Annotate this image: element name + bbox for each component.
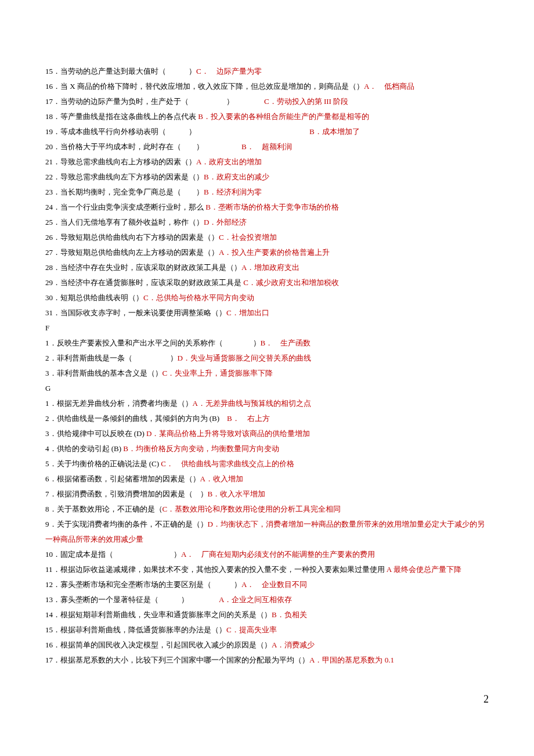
question-text: 17．当劳动的边际产量为负时，生产处于（ ） [45,97,264,106]
question-line: 13．寡头垄断的一个显著特征是（ ） A．企业之间互相依存 [45,592,489,607]
question-text: 17．根据基尼系数的大小，比较下列三个国家中哪一个国家的分配最为平均（） [45,656,309,664]
section-heading-f: F [45,321,489,336]
question-text: 28．当经济中存在失业时，应该采取的财政政策工具是（） [45,263,241,272]
question-text: 6．根据储蓄函数，引起储蓄增加的因素是（） [45,474,200,483]
document-page: 15．当劳动的总产量达到最大值时（ ）C． 边际产量为零 16．当 X 商品的价… [0,0,534,733]
answer-text: A． 低档商品 [364,82,414,91]
answer-text: C．减少政府支出和增加税收 [243,278,339,287]
answer-text: A 最终会使总产量下降 [387,565,461,574]
question-line: 4．供给的变动引起 (B) B．均衡价格反方向变动，均衡数量同方向变动 [45,441,489,456]
question-line: 10．固定成本是指（ ）A． 厂商在短期内必须支付的不能调整的生产要素的费用 [45,547,489,562]
answer-text: A． 企业数目不同 [241,580,307,589]
question-line: 20．当价格大于平均成本时，此时存在（ ） B． 超额利润 [45,139,489,154]
question-line: 1．反映生产要素投入量和产出水平之间的关系称作（ ）B． 生产函数 [45,336,489,351]
question-line: 2．菲利普斯曲线是一条（ ）D．失业与通货膨胀之间交替关系的曲线 [45,351,489,366]
question-text: 16．根据简单的国民收入决定模型，引起国民收入减少的原因是（） [45,640,272,649]
question-line: 28．当经济中存在失业时，应该采取的财政政策工具是（）A．增加政府支出 [45,260,489,275]
page-number: 2 [484,689,489,710]
answer-text: A．政府支出的增加 [196,157,262,166]
question-line: 8．关于基数效用论，不正确的是（C．基数效用论和序数效用论使用的分析工具完全相同 [45,502,489,517]
answer-text: B．垄断市场的价格大于竞争市场的价格 [205,203,339,211]
answer-text: C．社会投资增加 [219,233,277,242]
answer-text: B．收入水平增加 [208,489,266,498]
answer-text: C．基数效用论和序数效用论使用的分析工具完全相同 [163,505,341,513]
question-line: 25．当人们无偿地享有了额外收益时，称作（）D．外部经济 [45,215,489,230]
question-text: 4．供给的变动引起 (B) [45,444,123,453]
question-line: 3．供给规律中可以反映在 (D) D．某商品价格上升将导致对该商品的供给量增加 [45,426,489,441]
question-text: 15．根据菲利普斯曲线，降低通货膨胀率的办法是（） [45,625,226,634]
question-text: 2．菲利普斯曲线是一条（ ） [45,354,178,362]
answer-text: A．无差异曲线与预算线的相切之点 [193,399,311,408]
question-text: 22．导致总需求曲线向左下方移动的因素是（） [45,172,204,181]
question-line: 14．根据短期菲利普斯曲线，失业率和通货膨胀率之间的关系是（）B．负相关 [45,607,489,622]
question-line: 19．等成本曲线平行向外移动表明（ ） B．成本增加了 [45,124,489,139]
question-line: 18．等产量曲线是指在这条曲线上的各点代表 B．投入要素的各种组合所能生产的产量… [45,109,489,124]
question-text: 31．当国际收支赤字时，一般来说要使用调整策略（） [45,308,226,317]
question-line: 6．根据储蓄函数，引起储蓄增加的因素是（）A．收入增加 [45,471,489,487]
question-text: 24．当一个行业由竞争演变成垄断行业时，那么 [45,203,205,211]
question-text: 30．短期总供给曲线表明（） [45,293,143,302]
answer-text: C．劳动投入的第 III 阶段 [264,97,348,106]
answer-text: B． 右上方 [227,414,270,423]
question-text: 10．固定成本是指（ ） [45,550,181,559]
question-line: 1．根据无差异曲线分析，消费者均衡是（）A．无差异曲线与预算线的相切之点 [45,396,489,411]
question-text: 18．等产量曲线是指在这条曲线上的各点代表 [45,112,198,121]
answer-text: B．投入要素的各种组合所能生产的产量都是相等的 [198,112,369,121]
question-text: 3．菲利普斯曲线的基本含义是（） [45,369,163,377]
question-text: 1．根据无差异曲线分析，消费者均衡是（） [45,399,193,408]
question-line: 16．当 X 商品的价格下降时，替代效应增加，收入效应下降，但总效应是增加的，则… [45,79,489,94]
question-text: 3．供给规律中可以反映在 (D) [45,429,146,438]
question-line: 5．关于均衡价格的正确说法是 (C) C． 供给曲线与需求曲线交点上的价格 [45,456,489,471]
answer-text: B． 生产函数 [261,339,311,347]
answer-text: A．甲国的基尼系数为 0.1 [309,656,394,664]
question-line: 31．当国际收支赤字时，一般来说要使用调整策略（）C．增加出口 [45,305,489,321]
answer-text: B．均衡价格反方向变动，均衡数量同方向变动 [123,444,279,453]
question-line: 12．寡头垄断市场和完全垄断市场的主要区别是（ ）A． 企业数目不同 [45,577,489,592]
question-line: 15．根据菲利普斯曲线，降低通货膨胀率的办法是（）C．提高失业率 [45,622,489,638]
answer-text: C．提高失业率 [226,625,277,634]
section-heading-g: G [45,381,489,396]
answer-text: D．某商品价格上升将导致对该商品的供给量增加 [146,429,310,438]
question-text: 29．当经济中存在通货膨胀时，应该采取的财政政策工具是 [45,278,243,287]
question-text: 15．当劳动的总产量达到最大值时（ ） [45,67,196,75]
question-line: 11．根据边际收益递减规律，如果技术不变，其他投入要素的投入量不变，一种投入要素… [45,562,489,577]
answer-text: B．政府支出的减少 [204,172,269,181]
question-text: 20．当价格大于平均成本时，此时存在（ ） [45,142,241,151]
question-text: 16．当 X 商品的价格下降时，替代效应增加，收入效应下降，但总效应是增加的，则… [45,82,364,91]
question-text: 8．关于基数效用论，不正确的是（ [45,505,163,513]
question-text: 1．反映生产要素投入量和产出水平之间的关系称作（ ） [45,339,261,347]
question-line: 27．导致短期总供给曲线向左上方移动的因素是（）A．投入生产要素的价格普遍上升 [45,245,489,260]
question-text: 7．根据消费函数，引致消费增加的因素是（ ） [45,489,208,498]
question-text: 11．根据边际收益递减规律，如果技术不变，其他投入要素的投入量不变，一种投入要素… [45,565,387,574]
question-line: 2．供给曲线是一条倾斜的曲线，其倾斜的方向为 (B) B． 右上方 [45,411,489,426]
question-text: 12．寡头垄断市场和完全垄断市场的主要区别是（ ） [45,580,241,589]
answer-text: C． 供给曲线与需求曲线交点上的价格 [161,459,294,468]
question-text: 21．导致总需求曲线向右上方移动的因素（） [45,157,196,166]
question-text: 14．根据短期菲利普斯曲线，失业率和通货膨胀率之间的关系是（） [45,610,272,619]
question-text: 19．等成本曲线平行向外移动表明（ ） [45,127,309,136]
question-text: 25．当人们无偿地享有了额外收益时，称作（） [45,218,204,226]
answer-text: C．总供给与价格水平同方向变动 [143,293,254,302]
answer-text: A．消费减少 [272,640,315,649]
answer-text: D．外部经济 [204,218,247,226]
question-line: 22．导致总需求曲线向左下方移动的因素是（）B．政府支出的减少 [45,170,489,185]
question-line: 24．当一个行业由竞争演变成垄断行业时，那么 B．垄断市场的价格大于竞争市场的价… [45,200,489,215]
question-line: 16．根据简单的国民收入决定模型，引起国民收入减少的原因是（）A．消费减少 [45,638,489,653]
answer-text: C．失业率上升，通货膨胀率下降 [163,369,273,377]
question-text: 26．导致短期总供给曲线向右下方移动的因素是（） [45,233,219,242]
answer-text: C．增加出口 [226,308,269,317]
answer-text: C． 边际产量为零 [196,67,262,75]
question-line: 29．当经济中存在通货膨胀时，应该采取的财政政策工具是 C．减少政府支出和增加税… [45,275,489,290]
answer-text: A．增加政府支出 [241,263,300,272]
question-text: 9．关于实现消费者均衡的条件，不正确的是（） [45,520,208,528]
question-line: 17．根据基尼系数的大小，比较下列三个国家中哪一个国家的分配最为平均（）A．甲国… [45,653,489,668]
answer-text: B．负相关 [272,610,307,619]
question-line: 21．导致总需求曲线向右上方移动的因素（）A．政府支出的增加 [45,154,489,170]
answer-text: A．收入增加 [200,474,243,483]
question-line: 7．根据消费函数，引致消费增加的因素是（ ）B．收入水平增加 [45,487,489,502]
question-line: 23．当长期均衡时，完全竞争厂商总是（ ）B．经济利润为零 [45,185,489,200]
answer-text: A． 厂商在短期内必须支付的不能调整的生产要素的费用 [181,550,375,559]
answer-text: B． 超额利润 [241,142,292,151]
answer-text: B．经济利润为零 [204,188,262,196]
question-line: 26．导致短期总供给曲线向右下方移动的因素是（）C．社会投资增加 [45,230,489,245]
